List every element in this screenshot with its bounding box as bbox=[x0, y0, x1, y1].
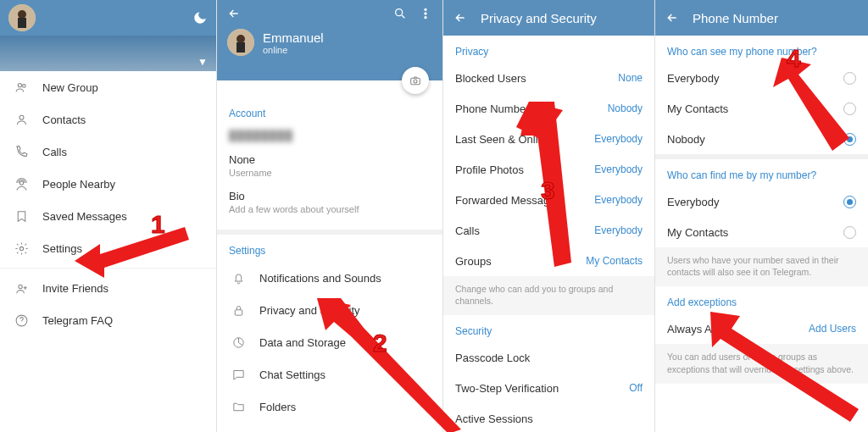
row-value: Nobody bbox=[608, 102, 643, 114]
drawer-menu: New Group Contacts Calls People Nearby S… bbox=[0, 71, 216, 336]
menu-label: Contacts bbox=[42, 114, 86, 126]
option-label: My Contacts bbox=[667, 102, 728, 115]
avatar[interactable] bbox=[227, 29, 254, 56]
svg-point-10 bbox=[18, 285, 21, 288]
row-value: Everybody bbox=[594, 133, 643, 145]
back-icon[interactable] bbox=[453, 11, 467, 25]
bookmark-icon bbox=[12, 209, 31, 224]
row-label: Calls bbox=[455, 224, 480, 237]
menu-faq[interactable]: Telegram FAQ bbox=[0, 304, 216, 336]
settings-item-label: Privacy and Security bbox=[259, 304, 360, 317]
question-who-find: Who can find me by my number? bbox=[655, 159, 868, 186]
back-icon[interactable] bbox=[227, 7, 241, 20]
phone-icon bbox=[12, 145, 31, 159]
back-icon[interactable] bbox=[665, 11, 679, 25]
settings-notifications[interactable]: Notifications and Sounds bbox=[217, 262, 442, 294]
menu-label: Saved Messages bbox=[42, 210, 127, 223]
security-heading: Security bbox=[443, 315, 654, 342]
privacy-pane: Privacy and Security Privacy Blocked Use… bbox=[443, 0, 655, 432]
exceptions-note: You can add users or entire groups as ex… bbox=[655, 344, 868, 383]
username-sub: Username bbox=[229, 168, 431, 178]
phone-number-pane: Phone Number Who can see my phone number… bbox=[655, 0, 868, 432]
search-icon[interactable] bbox=[393, 7, 407, 20]
divider bbox=[0, 268, 216, 269]
svg-point-21 bbox=[414, 80, 417, 83]
svg-point-3 bbox=[18, 10, 26, 19]
avatar[interactable] bbox=[8, 4, 36, 31]
settings-chat[interactable]: Chat Settings bbox=[217, 358, 442, 390]
settings-privacy[interactable]: Privacy and Security bbox=[217, 294, 442, 326]
account-block: ████████ None Username Bio Add a few wor… bbox=[217, 125, 442, 235]
folder-icon bbox=[229, 400, 248, 414]
security-row[interactable]: Passcode Lock bbox=[443, 342, 654, 373]
phone-blurred: ████████ bbox=[229, 130, 431, 141]
annotation-number-2: 2 bbox=[373, 329, 387, 357]
username-row[interactable]: None Username bbox=[229, 148, 431, 185]
annotation-number-4: 4 bbox=[787, 44, 801, 73]
menu-invite-friends[interactable]: Invite Friends bbox=[0, 272, 216, 304]
row-value: Off bbox=[629, 382, 643, 394]
more-icon[interactable] bbox=[419, 7, 432, 20]
compose-fab[interactable] bbox=[175, 395, 206, 425]
find-note: Users who have your number saved in thei… bbox=[655, 247, 868, 286]
radio-option[interactable]: Nobody bbox=[655, 124, 868, 154]
menu-calls[interactable]: Calls bbox=[0, 136, 216, 168]
svg-line-13 bbox=[402, 15, 404, 18]
menu-people-nearby[interactable]: People Nearby bbox=[0, 168, 216, 200]
security-row[interactable]: Two-Step VerificationOff bbox=[443, 373, 654, 403]
row-label: Passcode Lock bbox=[455, 352, 530, 364]
invite-icon bbox=[12, 281, 31, 296]
row-value: Everybody bbox=[594, 163, 643, 175]
radio-option[interactable]: My Contacts bbox=[655, 93, 868, 124]
privacy-heading: Privacy bbox=[443, 36, 654, 63]
radio-icon bbox=[843, 72, 856, 85]
privacy-row[interactable]: Phone NumberNobody bbox=[443, 93, 654, 124]
menu-new-group[interactable]: New Group bbox=[0, 71, 216, 103]
phone-header: Phone Number bbox=[655, 0, 868, 36]
settings-item-label: Data and Storage bbox=[259, 336, 346, 349]
radio-icon bbox=[843, 102, 856, 115]
row-value: Everybody bbox=[594, 194, 643, 206]
security-row[interactable]: Active Sessions bbox=[443, 403, 654, 432]
settings-item-label: Folders bbox=[259, 401, 296, 413]
radio-option[interactable]: My Contacts bbox=[655, 217, 868, 247]
menu-label: Calls bbox=[42, 146, 67, 158]
settings-folders[interactable]: Folders bbox=[217, 390, 442, 423]
change-photo-fab[interactable] bbox=[402, 67, 429, 94]
radio-option[interactable]: Everybody bbox=[655, 63, 868, 93]
privacy-row[interactable]: Last Seen & OnlineEverybody bbox=[443, 124, 654, 154]
settings-data[interactable]: Data and Storage bbox=[217, 326, 442, 358]
profile-name: Emmanuel bbox=[263, 30, 324, 45]
row-value: None bbox=[618, 72, 643, 84]
radio-icon bbox=[843, 133, 856, 146]
user-icon bbox=[12, 113, 31, 127]
svg-rect-20 bbox=[411, 78, 420, 84]
privacy-row[interactable]: CallsEverybody bbox=[443, 215, 654, 246]
svg-point-6 bbox=[22, 84, 25, 87]
svg-point-16 bbox=[425, 17, 426, 19]
privacy-row[interactable]: Blocked UsersNone bbox=[443, 63, 654, 93]
menu-saved-messages[interactable]: Saved Messages bbox=[0, 200, 216, 232]
menu-contacts[interactable]: Contacts bbox=[0, 103, 216, 136]
always-allow-label: Always Allow bbox=[667, 323, 731, 335]
menu-settings[interactable]: Settings bbox=[0, 232, 216, 264]
row-label: Two-Step Verification bbox=[455, 382, 559, 395]
always-allow-row[interactable]: Always Allow Add Users bbox=[655, 313, 868, 344]
username-value: None bbox=[229, 153, 431, 166]
chat-icon bbox=[229, 368, 248, 382]
row-label: Last Seen & Online bbox=[455, 133, 550, 146]
privacy-row[interactable]: GroupsMy Contacts bbox=[443, 246, 654, 276]
account-expand[interactable]: ▼ bbox=[0, 36, 216, 71]
bio-row[interactable]: Bio Add a few words about yourself bbox=[229, 185, 431, 221]
annotation-number-1: 1 bbox=[151, 210, 165, 239]
settings-devices[interactable]: Devices bbox=[217, 423, 442, 432]
night-mode-icon[interactable] bbox=[192, 10, 208, 25]
row-label: Groups bbox=[455, 255, 492, 268]
settings-pane: Emmanuel online Account ████████ None Us… bbox=[217, 0, 443, 432]
drawer-header bbox=[0, 0, 216, 36]
row-label: Active Sessions bbox=[455, 413, 533, 425]
privacy-header: Privacy and Security bbox=[443, 0, 654, 36]
add-users-link[interactable]: Add Users bbox=[809, 323, 856, 335]
radio-option[interactable]: Everybody bbox=[655, 186, 868, 217]
chevron-down-icon: ▼ bbox=[198, 56, 208, 68]
